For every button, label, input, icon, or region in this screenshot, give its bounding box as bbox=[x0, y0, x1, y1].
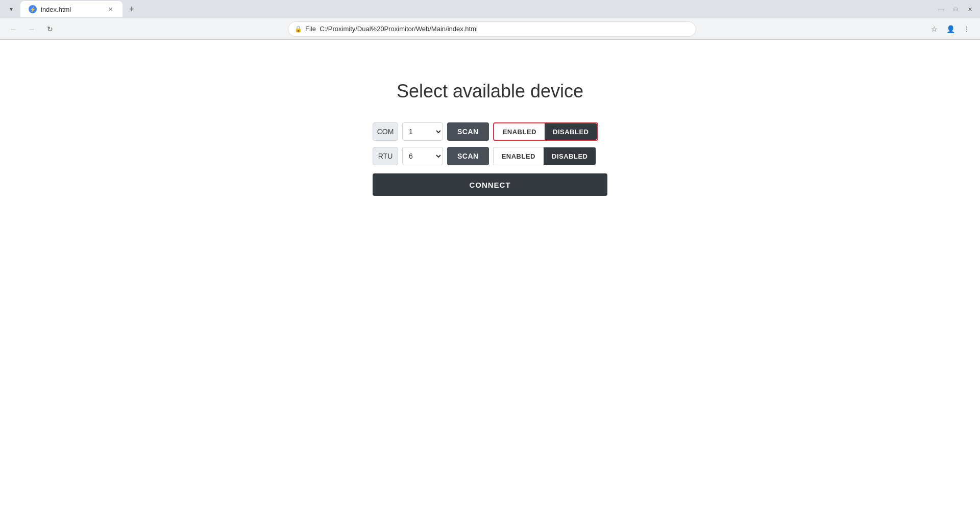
rtu-disabled-btn[interactable]: DISABLED bbox=[544, 147, 596, 165]
bookmark-btn[interactable]: ☆ bbox=[927, 22, 941, 36]
com-enabled-btn[interactable]: ENABLED bbox=[494, 123, 545, 140]
file-icon: 🔒 bbox=[295, 26, 302, 33]
minimize-btn[interactable]: — bbox=[935, 3, 947, 15]
back-btn[interactable]: ← bbox=[6, 22, 20, 36]
com-row: COM 1 2 3 4 5 6 7 8 SCAN ENABLED DISABLE… bbox=[373, 122, 607, 141]
profile-btn[interactable]: 👤 bbox=[943, 22, 958, 36]
browser-chrome: ▾ ⚡ index.html ✕ + — □ ✕ ← → ↻ 🔒 File C:… bbox=[0, 0, 980, 40]
toolbar-actions: ☆ 👤 ⋮ bbox=[927, 22, 974, 36]
rtu-enabled-btn[interactable]: ENABLED bbox=[493, 147, 544, 165]
close-btn[interactable]: ✕ bbox=[964, 3, 976, 15]
menu-btn[interactable]: ⋮ bbox=[960, 22, 974, 36]
address-bar-wrapper: 🔒 File C:/Proximity/Dual%20Proximitor/We… bbox=[61, 21, 923, 37]
address-text: File C:/Proximity/Dual%20Proximitor/Web/… bbox=[305, 25, 478, 33]
tab-label: index.html bbox=[41, 6, 71, 13]
browser-tab[interactable]: ⚡ index.html ✕ bbox=[20, 1, 122, 17]
rtu-row: RTU 1 2 3 4 5 6 7 8 SCAN ENABLED DISABLE… bbox=[373, 147, 607, 165]
rtu-select[interactable]: 1 2 3 4 5 6 7 8 bbox=[402, 147, 443, 165]
new-tab-btn[interactable]: + bbox=[125, 2, 139, 16]
forward-btn[interactable]: → bbox=[24, 22, 39, 36]
rtu-label: RTU bbox=[373, 147, 398, 165]
com-disabled-btn[interactable]: DISABLED bbox=[545, 123, 597, 140]
device-form: COM 1 2 3 4 5 6 7 8 SCAN ENABLED DISABLE… bbox=[373, 122, 607, 196]
address-bar-row: ← → ↻ 🔒 File C:/Proximity/Dual%20Proximi… bbox=[0, 18, 980, 40]
tab-dropdown-btn[interactable]: ▾ bbox=[4, 2, 18, 16]
tab-favicon: ⚡ bbox=[29, 5, 37, 13]
com-toggle-group: ENABLED DISABLED bbox=[493, 122, 599, 141]
rtu-scan-btn[interactable]: SCAN bbox=[447, 147, 489, 165]
tab-bar: ▾ ⚡ index.html ✕ + — □ ✕ bbox=[0, 0, 980, 18]
address-bar[interactable]: 🔒 File C:/Proximity/Dual%20Proximitor/We… bbox=[288, 21, 696, 37]
maximize-btn[interactable]: □ bbox=[949, 3, 962, 15]
com-select[interactable]: 1 2 3 4 5 6 7 8 bbox=[402, 122, 443, 141]
rtu-toggle-group: ENABLED DISABLED bbox=[493, 147, 597, 165]
com-scan-btn[interactable]: SCAN bbox=[447, 122, 489, 141]
tab-close-btn[interactable]: ✕ bbox=[106, 5, 114, 13]
page-title: Select available device bbox=[397, 81, 583, 102]
page-content: Select available device COM 1 2 3 4 5 6 … bbox=[0, 40, 980, 531]
connect-btn[interactable]: CONNECT bbox=[373, 173, 607, 196]
window-controls: — □ ✕ bbox=[935, 3, 976, 15]
reload-btn[interactable]: ↻ bbox=[43, 22, 57, 36]
com-label: COM bbox=[373, 122, 398, 141]
